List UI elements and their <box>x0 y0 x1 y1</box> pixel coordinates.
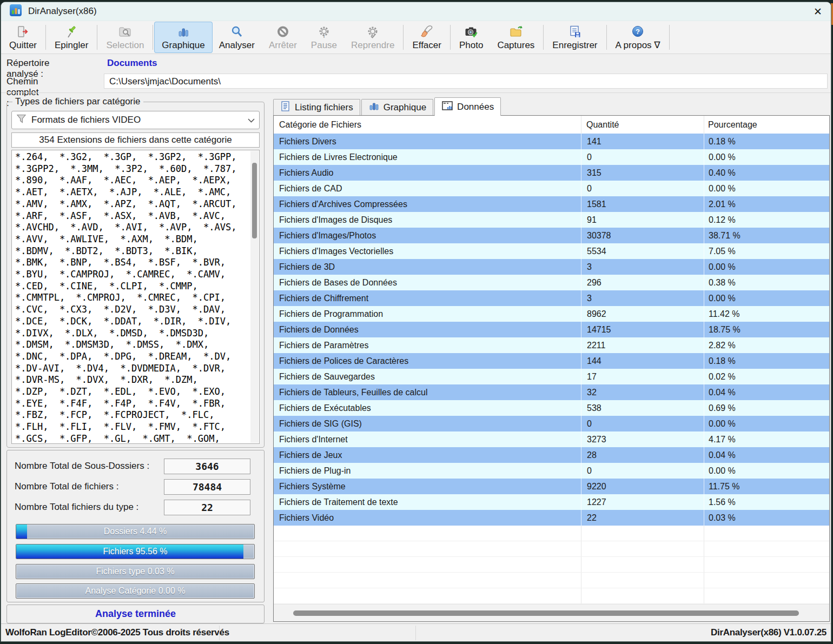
toolbar-button-analyser[interactable]: Analyser <box>212 22 262 52</box>
quantity-cell: 30378 <box>581 228 704 243</box>
table-row[interactable]: Fichiers Système 9220 11.75 % <box>274 479 829 494</box>
table-row[interactable]: Fichiers de Traitement de texte 1227 1.5… <box>274 494 829 510</box>
file-types-groupbox: Types de fichiers par catégorie Formats … <box>6 102 265 448</box>
table-row[interactable]: Fichiers de Plug-in 0 0.00 % <box>274 463 829 479</box>
table-row[interactable]: Fichiers de 3D 3 0.00 % <box>274 259 829 275</box>
toolbar-button-captures[interactable]: Captures <box>490 22 541 52</box>
table-row[interactable]: Fichiers de Exécutables 538 0.69 % <box>274 400 829 416</box>
progress-bar-dossiers: Dossiers 4.44 % <box>16 524 255 539</box>
toolbar-button-arreter[interactable]: Arrêter <box>262 22 304 52</box>
tab-donnees[interactable]: Données <box>434 97 501 116</box>
percentage-cell: 2.82 % <box>704 337 829 353</box>
category-cell: Fichiers de Traitement de texte <box>274 494 581 510</box>
quantity-cell: 141 <box>581 134 704 149</box>
toolbar-button-epingler[interactable]: Epingler <box>48 22 95 52</box>
table-row[interactable]: Fichiers de Polices de Caractères 144 0.… <box>274 353 829 369</box>
table-row[interactable]: Fichiers de Chiffrement 3 0.00 % <box>274 290 829 306</box>
table-row[interactable]: Fichiers Audio 315 0.40 % <box>274 165 829 181</box>
table-row[interactable]: Fichiers d'Images de Disques 91 0.12 % <box>274 212 829 228</box>
toolbar-button-reprendre[interactable]: Reprendre <box>344 22 401 52</box>
horizontal-scrollbar-thumb[interactable] <box>293 610 799 616</box>
table-row[interactable]: Fichiers d'Images/Photos 30378 38.71 % <box>274 228 829 243</box>
magnifier-icon <box>230 24 244 39</box>
svg-text:!: ! <box>323 34 325 39</box>
extensions-scrollbar[interactable] <box>250 151 259 443</box>
table-row[interactable]: Fichiers de Tableurs, Feuilles de calcul… <box>274 384 829 400</box>
quantity-cell: 538 <box>581 400 704 416</box>
tab-label: Graphique <box>384 102 426 113</box>
toolbar-button-selection[interactable]: Selection <box>99 22 151 52</box>
category-cell: Fichiers de 3D <box>274 259 581 275</box>
toolbar-button-label: Effacer <box>412 40 441 51</box>
quantity-cell: 22 <box>581 510 704 526</box>
percentage-cell: 2.01 % <box>704 196 829 212</box>
horizontal-scrollbar[interactable] <box>274 604 829 621</box>
table-row[interactable]: Fichiers d'Images Vectorielles 5534 7.05… <box>274 243 829 259</box>
toolbar-button-label: Selection <box>106 40 144 51</box>
exit-door-icon <box>16 24 30 39</box>
table-row[interactable]: Fichiers Vidéo 22 0.03 % <box>274 510 829 526</box>
toolbar-button-pause[interactable]: ! Pause <box>304 22 344 52</box>
category-cell: Fichiers d'Images Vectorielles <box>274 243 581 259</box>
analysis-status-box: Analyse terminée <box>6 605 265 623</box>
table-row[interactable]: Fichiers de Paramètres 2211 2.82 % <box>274 337 829 353</box>
category-dropdown[interactable]: Formats de fichiers VIDEO <box>11 111 260 129</box>
toolbar-separator <box>97 25 97 50</box>
column-header-categorie[interactable]: Catégorie de Fichiers <box>274 120 581 130</box>
analysis-status-text: Analyse terminée <box>95 608 176 619</box>
empty-grid-area <box>274 526 829 605</box>
version-text: DirAnalyser(x86) V1.0.07.25 <box>711 624 827 641</box>
quantity-cell: 2211 <box>581 337 704 353</box>
extensions-scrollbar-thumb[interactable] <box>252 163 257 238</box>
percentage-cell: 38.71 % <box>704 228 829 243</box>
close-button[interactable]: ✕ <box>814 6 822 17</box>
table-row[interactable]: Fichiers de Programmation 8962 11.42 % <box>274 306 829 322</box>
table-row[interactable]: Fichiers de Bases de Données 296 0.38 % <box>274 275 829 290</box>
category-cell: Fichiers Divers <box>274 134 581 149</box>
section-divider <box>1 92 831 93</box>
table-row[interactable]: Fichiers Divers 141 0.18 % <box>274 134 829 149</box>
table-row[interactable]: Fichiers d'Archives Compressées 1581 2.0… <box>274 196 829 212</box>
bar-chart-icon <box>176 24 190 39</box>
save-document-icon <box>568 24 582 39</box>
toolbar-button-photo[interactable]: Photo <box>452 22 490 52</box>
table-row[interactable]: Fichiers de Livres Electronique 0 0.00 % <box>274 149 829 165</box>
toolbar-button-graphique[interactable]: Graphique <box>155 22 211 52</box>
camera-check-icon <box>464 24 478 39</box>
column-header-pourcentage[interactable]: Pourcentage <box>704 120 829 130</box>
toolbar-button-apropos[interactable]: ? A propos ∇ <box>609 22 667 52</box>
percentage-cell: 4.17 % <box>704 431 829 447</box>
tab-listing-fichiers[interactable]: Listing fichiers <box>273 99 360 115</box>
table-row[interactable]: Fichiers d'Internet 3273 4.17 % <box>274 431 829 447</box>
category-cell: Fichiers d'Internet <box>274 431 581 447</box>
table-row[interactable]: Fichiers de SIG (GIS) 0 0.00 % <box>274 416 829 431</box>
extensions-count-header: 354 Extensions de fichiers dans cette ca… <box>11 132 260 148</box>
toolbar-button-quitter[interactable]: Quitter <box>2 22 44 52</box>
status-bar-divider <box>415 626 416 640</box>
table-body: Fichiers Divers 141 0.18 % Fichiers de L… <box>274 134 829 526</box>
table-row[interactable]: Fichiers de Données 14715 18.75 % <box>274 322 829 337</box>
table-row[interactable]: Fichiers de CAD 0 0.00 % <box>274 181 829 196</box>
table-row[interactable]: Fichiers de Sauvegardes 17 0.02 % <box>274 369 829 384</box>
quantity-cell: 1227 <box>581 494 704 510</box>
toolbar-button-effacer[interactable]: Effacer <box>405 22 448 52</box>
category-cell: Fichiers de Livres Electronique <box>274 149 581 165</box>
category-cell: Fichiers de Jeux <box>274 447 581 463</box>
background-window-sliver <box>831 3 833 25</box>
toolbar-button-enregistrer[interactable]: Enregistrer <box>545 22 604 52</box>
full-path-field[interactable]: C:\Users\jmjac\Documents\ <box>104 74 828 89</box>
tab-graphique[interactable]: Graphique <box>361 99 433 115</box>
table-row[interactable]: Fichiers de Jeux 28 0.04 % <box>274 447 829 463</box>
category-dropdown-value: Formats de fichiers VIDEO <box>31 115 141 125</box>
progress-label: Fichiers type 0.03 % <box>16 565 254 579</box>
quantity-cell: 0 <box>581 463 704 479</box>
extensions-list[interactable]: *.264, *.3G2, *.3GP, *.3GP2, *.3GPP, *.3… <box>11 150 260 444</box>
column-header-quantite[interactable]: Quantité <box>581 120 704 130</box>
toolbar-separator <box>153 25 153 50</box>
category-cell: Fichiers de Données <box>274 322 581 337</box>
category-cell: Fichiers d'Archives Compressées <box>274 196 581 212</box>
funnel-icon <box>16 114 27 127</box>
toolbar-button-label: Photo <box>459 40 483 51</box>
category-cell: Fichiers d'Images/Photos <box>274 228 581 243</box>
help-icon: ? <box>631 24 645 39</box>
